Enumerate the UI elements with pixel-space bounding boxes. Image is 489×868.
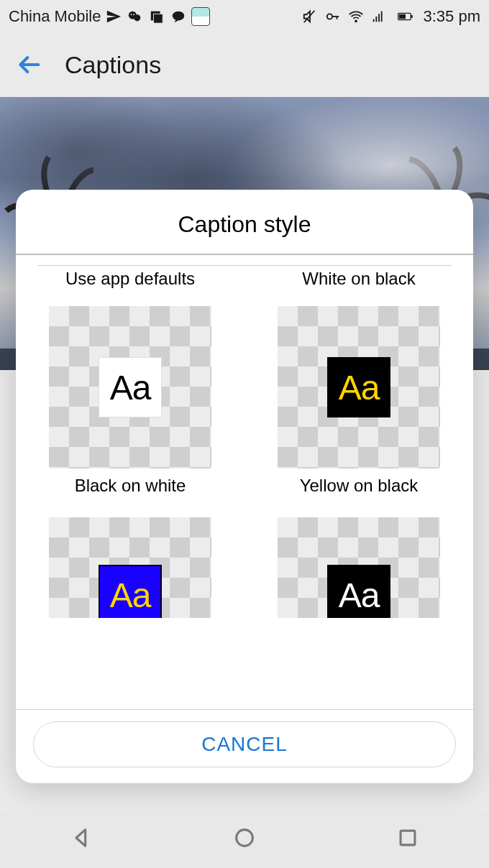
sample-text: Aa xyxy=(99,357,162,417)
option-label-yellow-on-black[interactable]: Yellow on black xyxy=(266,476,452,496)
option-label-white-on-black[interactable]: White on black xyxy=(266,269,452,289)
nav-back-icon[interactable] xyxy=(69,826,93,853)
sample-text: Aa xyxy=(99,565,162,618)
option-label-black-on-white[interactable]: Black on white xyxy=(37,476,223,496)
preview-yellow-on-blue: Aa xyxy=(49,517,211,618)
option-yellow-on-black[interactable]: Aa xyxy=(266,306,452,468)
nav-home-icon[interactable] xyxy=(232,826,257,853)
caption-style-dialog: Caption style Use app defaults White on … xyxy=(16,190,473,783)
preview-black-on-white: Aa xyxy=(49,306,211,468)
svg-rect-19 xyxy=(401,831,415,845)
preview-white-on-black-2: Aa xyxy=(278,517,440,618)
svg-point-18 xyxy=(237,830,253,846)
preview-yellow-on-black: Aa xyxy=(278,306,440,468)
option-label-defaults[interactable]: Use app defaults xyxy=(37,269,223,289)
option-yellow-on-blue[interactable]: Aa xyxy=(37,517,223,618)
system-nav-bar xyxy=(0,811,489,868)
nav-recent-icon[interactable] xyxy=(396,826,420,853)
cancel-button[interactable]: CANCEL xyxy=(33,721,456,767)
dialog-title: Caption style xyxy=(16,190,473,254)
option-black-on-white[interactable]: Aa xyxy=(37,306,223,468)
sample-text: Aa xyxy=(327,565,390,618)
option-white-on-black-2[interactable]: Aa xyxy=(266,517,452,618)
sample-text: Aa xyxy=(327,357,390,417)
